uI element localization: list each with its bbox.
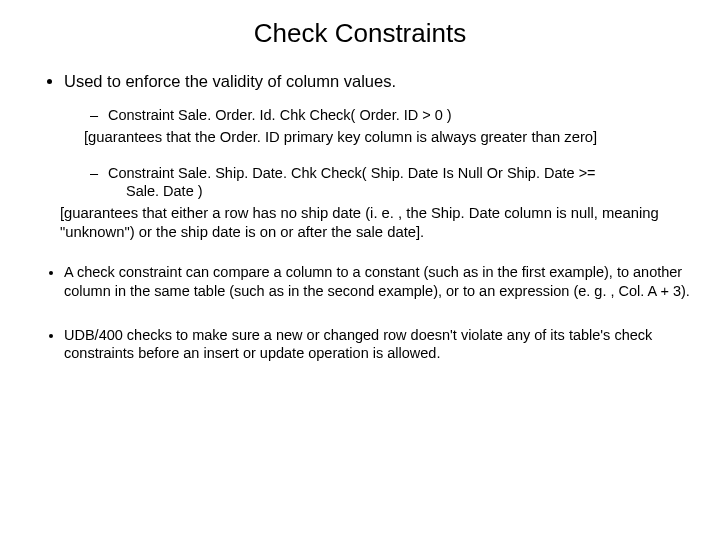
bullet-1-sublist: Constraint Sale. Order. Id. Chk Check( O…: [64, 106, 690, 124]
bullet-1-note1: [guarantees that the Order. ID primary k…: [84, 128, 690, 146]
bullet-1-sublist-2: Constraint Sale. Ship. Date. Chk Check( …: [64, 164, 690, 200]
bullet-2-text: A check constraint can compare a column …: [64, 264, 690, 298]
bullet-1-sub2-line2: Sale. Date ): [108, 182, 690, 200]
bullet-1-sub1: Constraint Sale. Order. Id. Chk Check( O…: [90, 106, 690, 124]
bullet-1-text: Used to enforce the validity of column v…: [64, 72, 396, 90]
bullet-1-note2: [guarantees that either a row has no shi…: [60, 204, 690, 241]
bullet-1-sub2: Constraint Sale. Ship. Date. Chk Check( …: [90, 164, 690, 200]
slide-title: Check Constraints: [30, 18, 690, 49]
slide-container: Check Constraints Used to enforce the va…: [0, 0, 720, 540]
bullet-list-level1: Used to enforce the validity of column v…: [30, 71, 690, 362]
bullet-3: UDB/400 checks to make sure a new or cha…: [64, 326, 690, 362]
bullet-2: A check constraint can compare a column …: [64, 263, 690, 299]
bullet-1-sub1-text: Constraint Sale. Order. Id. Chk Check( O…: [108, 107, 452, 123]
bullet-1-sub2-line1: Constraint Sale. Ship. Date. Chk Check( …: [108, 165, 596, 181]
bullet-1: Used to enforce the validity of column v…: [64, 71, 690, 241]
bullet-3-text: UDB/400 checks to make sure a new or cha…: [64, 327, 652, 361]
